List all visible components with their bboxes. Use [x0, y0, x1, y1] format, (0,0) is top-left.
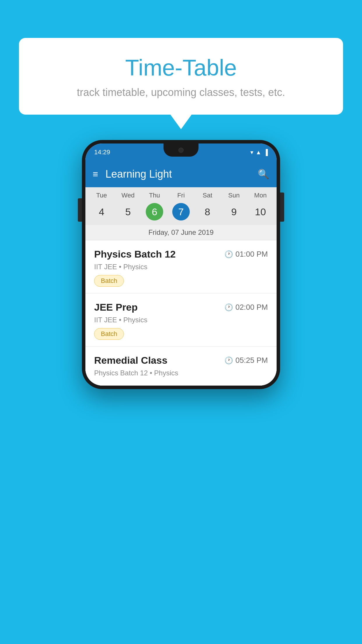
schedule-item-3-time-text: 05:25 PM [236, 356, 268, 365]
selected-date-label: Friday, 07 June 2019 [85, 225, 277, 240]
speech-bubble: Time-Table track timetable, upcoming cla… [19, 38, 343, 115]
schedule-item-2-title: JEE Prep [94, 302, 138, 313]
wifi-icon: ▾ [250, 149, 253, 156]
day-9-wrap[interactable]: 9 [222, 203, 246, 220]
day-headers: Tue Wed Thu Fri Sat Sun Mon [88, 192, 274, 202]
day-7-wrap[interactable]: 7 [168, 203, 193, 220]
search-icon[interactable]: 🔍 [258, 169, 269, 180]
schedule-item-3-subtitle: Physics Batch 12 • Physics [94, 369, 268, 377]
day-header-thu: Thu [142, 192, 167, 202]
bubble-subtitle: track timetable, upcoming classes, tests… [36, 86, 326, 99]
day-header-wed: Wed [116, 192, 140, 202]
schedule-item-1-time: 🕐 01:00 PM [224, 250, 268, 259]
schedule-item-2-time-text: 02:00 PM [236, 303, 268, 312]
day-7-selected[interactable]: 7 [172, 203, 190, 220]
clock-icon-3: 🕐 [224, 356, 233, 365]
day-10[interactable]: 10 [248, 203, 273, 220]
day-8-wrap[interactable]: 8 [195, 203, 220, 220]
phone-wrapper: 14:29 ▾ ▲ ▐ ≡ Learning Light 🔍 Tue [82, 140, 280, 389]
schedule-item-3-time: 🕐 05:25 PM [224, 356, 268, 365]
schedule-item-1[interactable]: Physics Batch 12 🕐 01:00 PM IIT JEE • Ph… [85, 240, 277, 293]
schedule-item-1-header: Physics Batch 12 🕐 01:00 PM [94, 249, 268, 260]
app-title: Learning Light [106, 168, 258, 180]
schedule-item-1-subtitle: IIT JEE • Physics [94, 263, 268, 271]
schedule-item-2-subtitle: IIT JEE • Physics [94, 316, 268, 324]
app-bar: ≡ Learning Light 🔍 [85, 161, 277, 187]
day-8[interactable]: 8 [195, 203, 220, 220]
schedule-item-3[interactable]: Remedial Class 🕐 05:25 PM Physics Batch … [85, 346, 277, 386]
day-header-fri: Fri [168, 192, 193, 202]
schedule-item-2[interactable]: JEE Prep 🕐 02:00 PM IIT JEE • Physics Ba… [85, 293, 277, 346]
schedule-item-1-title: Physics Batch 12 [94, 249, 176, 260]
day-header-tue: Tue [89, 192, 114, 202]
schedule-item-1-time-text: 01:00 PM [236, 250, 268, 259]
clock-icon-1: 🕐 [224, 250, 233, 258]
day-4-wrap[interactable]: 4 [89, 203, 114, 220]
phone-screen: 14:29 ▾ ▲ ▐ ≡ Learning Light 🔍 Tue [85, 144, 277, 386]
day-header-sun: Sun [222, 192, 246, 202]
schedule-item-1-tag: Batch [94, 275, 124, 287]
status-time: 14:29 [94, 148, 110, 156]
status-bar: 14:29 ▾ ▲ ▐ [85, 144, 277, 161]
clock-icon-2: 🕐 [224, 303, 233, 312]
battery-icon: ▐ [264, 149, 268, 156]
camera-dot [178, 148, 184, 153]
schedule-list: Physics Batch 12 🕐 01:00 PM IIT JEE • Ph… [85, 240, 277, 386]
phone-outer: 14:29 ▾ ▲ ▐ ≡ Learning Light 🔍 Tue [82, 140, 280, 389]
day-header-sat: Sat [195, 192, 220, 202]
day-5[interactable]: 5 [116, 203, 140, 220]
day-10-wrap[interactable]: 10 [248, 203, 273, 220]
hamburger-icon[interactable]: ≡ [93, 169, 98, 180]
day-6-today[interactable]: 6 [146, 203, 163, 220]
day-header-mon: Mon [248, 192, 273, 202]
day-numbers: 4 5 6 7 8 9 [88, 202, 274, 225]
schedule-item-2-time: 🕐 02:00 PM [224, 303, 268, 312]
schedule-item-2-tag: Batch [94, 328, 124, 340]
day-9[interactable]: 9 [222, 203, 246, 220]
day-4[interactable]: 4 [89, 203, 114, 220]
day-5-wrap[interactable]: 5 [116, 203, 140, 220]
speech-bubble-container: Time-Table track timetable, upcoming cla… [19, 38, 343, 115]
schedule-item-2-header: JEE Prep 🕐 02:00 PM [94, 302, 268, 313]
schedule-item-3-header: Remedial Class 🕐 05:25 PM [94, 355, 268, 366]
phone-notch [164, 144, 198, 157]
status-icons: ▾ ▲ ▐ [250, 149, 268, 156]
bubble-title: Time-Table [36, 55, 326, 80]
schedule-item-3-title: Remedial Class [94, 355, 167, 366]
calendar-strip: Tue Wed Thu Fri Sat Sun Mon 4 5 [85, 187, 277, 225]
day-6-wrap[interactable]: 6 [142, 203, 167, 220]
signal-icon: ▲ [256, 149, 261, 156]
